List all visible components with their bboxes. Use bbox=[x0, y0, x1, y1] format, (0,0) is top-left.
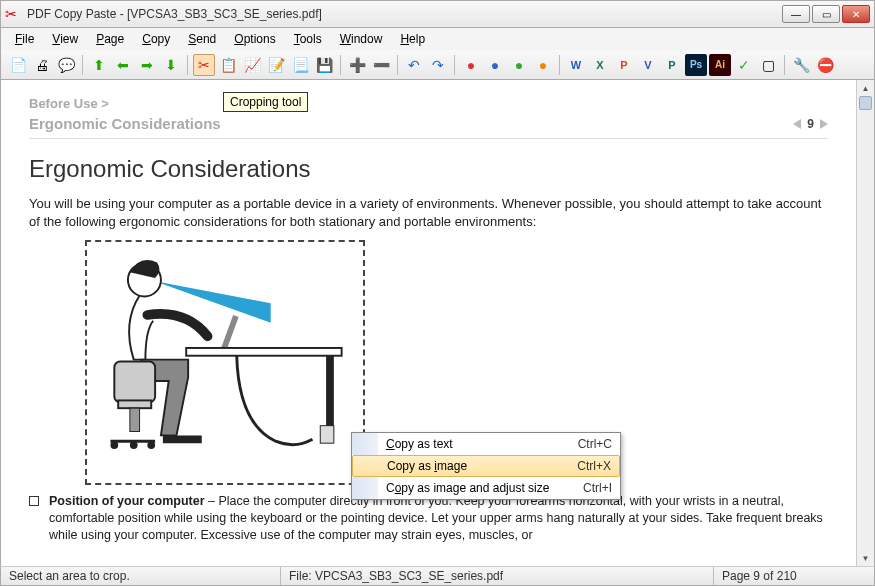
redo-icon[interactable]: ↷ bbox=[427, 54, 449, 76]
stop-icon[interactable]: ⛔ bbox=[814, 54, 836, 76]
scroll-up-icon[interactable]: ▲ bbox=[857, 80, 874, 96]
intro-paragraph: You will be using your computer as a por… bbox=[29, 195, 828, 230]
title-bar: ✂ PDF Copy Paste - [VPCSA3_SB3_SC3_SE_se… bbox=[0, 0, 875, 28]
menu-window[interactable]: Window bbox=[332, 30, 391, 48]
illustrator-icon[interactable]: Ai bbox=[709, 54, 731, 76]
page-heading: Ergonomic Considerations bbox=[29, 155, 828, 183]
arrow-right-icon[interactable]: ➡ bbox=[136, 54, 158, 76]
arrow-up-icon[interactable]: ⬆ bbox=[88, 54, 110, 76]
dot-green-icon[interactable]: ● bbox=[508, 54, 530, 76]
arrow-left-icon[interactable]: ⬅ bbox=[112, 54, 134, 76]
ergonomic-illustration bbox=[91, 246, 363, 481]
context-menu: Copy as text Ctrl+C Copy as image Ctrl+X… bbox=[351, 432, 621, 500]
context-copy-as-image[interactable]: Copy as image Ctrl+X bbox=[352, 455, 620, 477]
powerpoint-icon[interactable]: P bbox=[613, 54, 635, 76]
svg-rect-5 bbox=[114, 362, 155, 403]
vertical-scrollbar[interactable]: ▲ ▼ bbox=[856, 80, 874, 566]
svg-rect-4 bbox=[326, 356, 334, 434]
page-number: 9 bbox=[807, 117, 814, 131]
bullet-title: Position of your computer bbox=[49, 494, 205, 508]
check-icon[interactable]: ✓ bbox=[733, 54, 755, 76]
word-icon[interactable]: W bbox=[565, 54, 587, 76]
context-copy-as-text[interactable]: Copy as text Ctrl+C bbox=[352, 433, 620, 455]
dot-orange-icon[interactable]: ● bbox=[532, 54, 554, 76]
text-icon[interactable]: 📝 bbox=[265, 54, 287, 76]
menu-copy[interactable]: Copy bbox=[134, 30, 178, 48]
dot-blue-icon[interactable]: ● bbox=[484, 54, 506, 76]
svg-rect-3 bbox=[186, 348, 341, 356]
document-icon[interactable]: 📃 bbox=[289, 54, 311, 76]
minimize-button[interactable]: — bbox=[782, 5, 810, 23]
photoshop-icon[interactable]: Ps bbox=[685, 54, 707, 76]
window-controls: — ▭ ✕ bbox=[782, 5, 870, 23]
checkbox-bullet-icon bbox=[29, 496, 39, 506]
prev-page-icon[interactable] bbox=[793, 119, 801, 129]
bullet-item: Position of your computer – Place the co… bbox=[29, 493, 828, 544]
menu-tools[interactable]: Tools bbox=[286, 30, 330, 48]
context-copy-as-image-adjust[interactable]: Copy as image and adjust size Ctrl+I bbox=[352, 477, 620, 499]
app-scissors-icon: ✂ bbox=[5, 6, 21, 22]
publisher-icon[interactable]: P bbox=[661, 54, 683, 76]
page-nav: 9 bbox=[793, 117, 828, 131]
svg-point-11 bbox=[147, 441, 155, 449]
maximize-button[interactable]: ▭ bbox=[812, 5, 840, 23]
svg-rect-2 bbox=[221, 315, 238, 350]
print-icon[interactable]: 🖨 bbox=[31, 54, 53, 76]
status-file: File: VPCSA3_SB3_SC3_SE_series.pdf bbox=[281, 567, 714, 585]
copy-icon[interactable]: 📋 bbox=[217, 54, 239, 76]
status-page: Page 9 of 210 bbox=[714, 567, 874, 585]
dot-red-icon[interactable]: ● bbox=[460, 54, 482, 76]
menu-file[interactable]: File bbox=[7, 30, 42, 48]
minus-icon[interactable]: ➖ bbox=[370, 54, 392, 76]
close-button[interactable]: ✕ bbox=[842, 5, 870, 23]
excel-icon[interactable]: X bbox=[589, 54, 611, 76]
window-title: PDF Copy Paste - [VPCSA3_SB3_SC3_SE_seri… bbox=[27, 7, 322, 21]
menu-page[interactable]: Page bbox=[88, 30, 132, 48]
visio-icon[interactable]: V bbox=[637, 54, 659, 76]
svg-point-9 bbox=[110, 441, 118, 449]
menu-bar: File View Page Copy Send Options Tools W… bbox=[0, 28, 875, 50]
селection-marquee bbox=[85, 240, 365, 485]
wrench-icon[interactable]: 🔧 bbox=[790, 54, 812, 76]
menu-view[interactable]: View bbox=[44, 30, 86, 48]
undo-icon[interactable]: ↶ bbox=[403, 54, 425, 76]
scrollbar-thumb[interactable] bbox=[859, 96, 872, 110]
menu-send[interactable]: Send bbox=[180, 30, 224, 48]
svg-point-10 bbox=[130, 441, 138, 449]
arrow-down-icon[interactable]: ⬇ bbox=[160, 54, 182, 76]
crop-tool-icon[interactable]: ✂ bbox=[193, 54, 215, 76]
status-hint: Select an area to crop. bbox=[1, 567, 281, 585]
toolbar: 📄 🖨 💬 ⬆ ⬅ ➡ ⬇ ✂ 📋 📈 📝 📃 💾 ➕ ➖ ↶ ↷ ● ● ● … bbox=[0, 50, 875, 80]
scroll-down-icon[interactable]: ▼ bbox=[857, 550, 874, 566]
svg-rect-6 bbox=[118, 401, 151, 409]
document-viewport: Before Use > Ergonomic Considerations 9 … bbox=[0, 80, 875, 566]
svg-rect-7 bbox=[130, 408, 140, 431]
section-title-small: Ergonomic Considerations bbox=[29, 115, 221, 132]
blank-doc-icon[interactable]: ▢ bbox=[757, 54, 779, 76]
next-page-icon[interactable] bbox=[820, 119, 828, 129]
chart-icon[interactable]: 📈 bbox=[241, 54, 263, 76]
status-bar: Select an area to crop. File: VPCSA3_SB3… bbox=[0, 566, 875, 586]
open-file-icon[interactable]: 📄 bbox=[7, 54, 29, 76]
breadcrumb: Before Use > bbox=[29, 96, 828, 111]
info-icon[interactable]: 💬 bbox=[55, 54, 77, 76]
save-icon[interactable]: 💾 bbox=[313, 54, 335, 76]
plus-icon[interactable]: ➕ bbox=[346, 54, 368, 76]
tooltip-cropping-tool: Cropping tool bbox=[223, 92, 308, 112]
svg-rect-12 bbox=[320, 426, 334, 443]
menu-options[interactable]: Options bbox=[226, 30, 283, 48]
menu-help[interactable]: Help bbox=[392, 30, 433, 48]
